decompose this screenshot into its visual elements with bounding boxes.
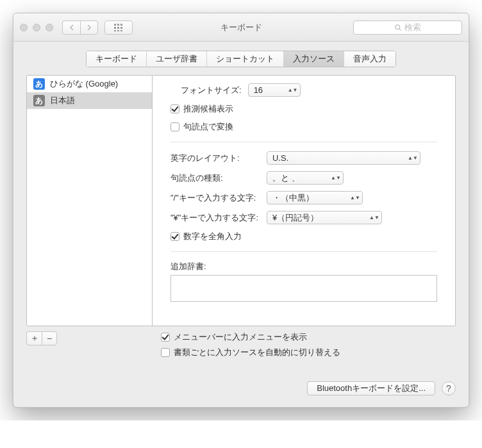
divider bbox=[170, 251, 437, 252]
remove-button[interactable]: − bbox=[42, 331, 57, 345]
svg-point-9 bbox=[395, 24, 400, 29]
tab-shortcuts[interactable]: ショートカット bbox=[207, 51, 284, 67]
show-suggestions-label: 推測候補表示 bbox=[183, 103, 233, 115]
minimize-icon[interactable] bbox=[33, 24, 40, 31]
romaji-layout-label: 英字のレイアウト: bbox=[170, 153, 267, 164]
chevron-updown-icon: ▲▼ bbox=[288, 88, 297, 92]
convert-punct-label: 句読点で変換 bbox=[183, 121, 233, 133]
font-size-label: フォントサイズ: bbox=[181, 85, 242, 96]
svg-rect-4 bbox=[117, 27, 119, 29]
svg-rect-7 bbox=[117, 30, 119, 31]
punct-type-label: 句読点の種類: bbox=[170, 172, 267, 184]
svg-rect-5 bbox=[120, 27, 122, 29]
divider bbox=[170, 142, 437, 142]
fullwidth-digits-label: 数字を全角入力 bbox=[183, 231, 242, 242]
source-label: ひらがな (Google) bbox=[50, 78, 118, 90]
search-icon bbox=[394, 24, 402, 31]
punct-type-select[interactable]: 。と 、 ▲▼ bbox=[267, 171, 344, 185]
show-input-menu-label: メニューバーに入力メニューを表示 bbox=[174, 331, 307, 343]
preferences-window: キーボード 検索 キーボード ユーザ辞書 ショートカット 入力ソース 音声入力 … bbox=[13, 13, 469, 408]
forward-button[interactable] bbox=[80, 21, 98, 35]
svg-rect-0 bbox=[114, 24, 116, 26]
add-remove-buttons: ＋ − bbox=[26, 331, 152, 358]
source-icon: あ bbox=[33, 95, 45, 106]
auto-switch-checkbox[interactable] bbox=[161, 348, 170, 357]
tab-bar: キーボード ユーザ辞書 ショートカット 入力ソース 音声入力 bbox=[13, 42, 469, 75]
source-item-japanese[interactable]: あ 日本語 bbox=[27, 92, 152, 109]
extra-dict-list[interactable] bbox=[170, 275, 437, 302]
nav-buttons bbox=[62, 21, 98, 35]
chevron-updown-icon: ▲▼ bbox=[408, 156, 417, 160]
extra-dict-label: 追加辞書: bbox=[170, 261, 437, 272]
fullwidth-digits-checkbox[interactable] bbox=[170, 232, 179, 241]
search-placeholder: 検索 bbox=[404, 22, 421, 33]
show-input-menu-checkbox[interactable] bbox=[161, 333, 170, 342]
slash-key-label: "/"キーで入力する文字: bbox=[170, 192, 267, 204]
chevron-updown-icon: ▲▼ bbox=[331, 176, 340, 179]
svg-rect-2 bbox=[120, 24, 122, 26]
zoom-icon[interactable] bbox=[46, 24, 53, 31]
help-button[interactable]: ? bbox=[442, 381, 456, 395]
tab-keyboard[interactable]: キーボード bbox=[87, 51, 147, 67]
search-field[interactable]: 検索 bbox=[353, 21, 462, 35]
show-suggestions-checkbox[interactable] bbox=[170, 104, 179, 113]
bottom-bar: Bluetoothキーボードを設定... ? bbox=[13, 371, 469, 407]
source-settings: フォントサイズ: 16 ▲▼ 推測候補表示 句読点で変換 英字のレイアウ bbox=[153, 76, 455, 326]
tab-text[interactable]: ユーザ辞書 bbox=[147, 51, 207, 67]
chevron-updown-icon: ▲▼ bbox=[370, 216, 379, 219]
source-item-google-hiragana[interactable]: あ ひらがな (Google) bbox=[27, 76, 152, 92]
slash-key-select[interactable]: ・（中黒） ▲▼ bbox=[267, 191, 363, 204]
tab-input-sources[interactable]: 入力ソース bbox=[284, 51, 344, 67]
tab-dictation[interactable]: 音声入力 bbox=[344, 51, 395, 67]
convert-punct-checkbox[interactable] bbox=[170, 122, 179, 131]
input-source-list: あ ひらがな (Google) あ 日本語 bbox=[27, 76, 153, 326]
titlebar: キーボード 検索 bbox=[13, 13, 469, 42]
source-label: 日本語 bbox=[50, 95, 75, 106]
font-size-select[interactable]: 16 ▲▼ bbox=[248, 83, 301, 97]
bluetooth-keyboard-button[interactable]: Bluetoothキーボードを設定... bbox=[307, 381, 435, 395]
yen-key-label: "¥"キーで入力する文字: bbox=[170, 212, 267, 224]
svg-line-10 bbox=[399, 29, 401, 30]
add-button[interactable]: ＋ bbox=[26, 331, 42, 345]
svg-rect-8 bbox=[120, 30, 122, 31]
auto-switch-label: 書類ごとに入力ソースを自動的に切り替える bbox=[174, 347, 340, 358]
romaji-layout-select[interactable]: U.S. ▲▼ bbox=[267, 151, 420, 165]
close-icon[interactable] bbox=[20, 24, 28, 31]
yen-key-select[interactable]: ¥（円記号） ▲▼ bbox=[267, 211, 382, 224]
show-all-button[interactable] bbox=[104, 21, 133, 35]
svg-rect-6 bbox=[114, 30, 116, 31]
content: あ ひらがな (Google) あ 日本語 フォントサイズ: 16 ▲▼ bbox=[13, 75, 469, 371]
svg-rect-3 bbox=[114, 27, 116, 29]
back-button[interactable] bbox=[62, 21, 80, 35]
svg-rect-1 bbox=[117, 24, 119, 26]
chevron-updown-icon: ▲▼ bbox=[351, 196, 360, 199]
source-icon: あ bbox=[33, 78, 45, 90]
traffic-lights bbox=[20, 24, 53, 31]
